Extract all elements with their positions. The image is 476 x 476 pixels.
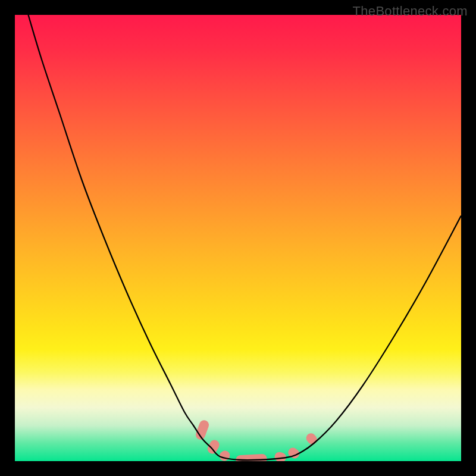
marker-layer — [195, 419, 319, 461]
bottleneck-curve — [29, 15, 462, 460]
curve-layer — [29, 15, 462, 460]
chart-svg — [15, 15, 461, 461]
watermark-text: TheBottleneck.com — [353, 4, 468, 19]
left-marker-2 — [206, 439, 221, 456]
right-marker-2 — [304, 431, 319, 446]
outer-frame: TheBottleneck.com — [0, 0, 476, 476]
plot-area — [15, 15, 461, 461]
floor-marker-3 — [274, 451, 287, 461]
